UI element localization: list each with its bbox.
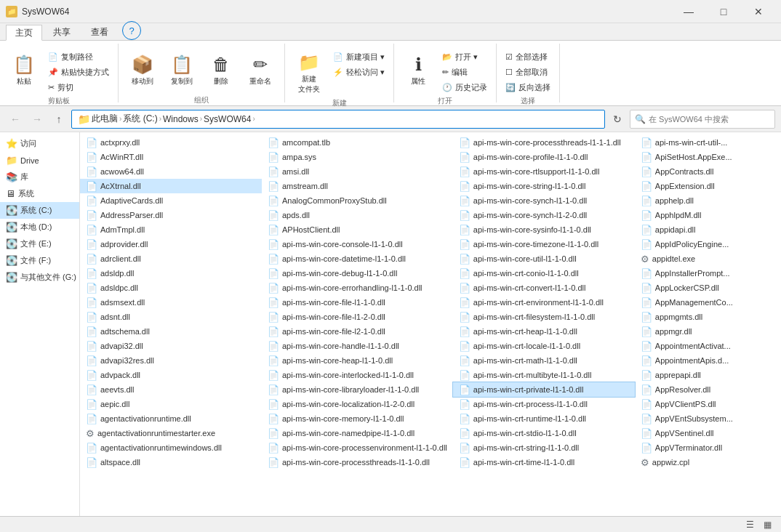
file-item[interactable]: ⚙appidtel.exe	[635, 251, 781, 266]
file-item[interactable]: 📄AppContracts.dll	[635, 164, 781, 179]
file-item[interactable]: 📄api-ms-win-core-synch-l1-2-0.dll	[453, 208, 635, 222]
file-item[interactable]: 📄adsldp.dll	[80, 266, 262, 281]
file-item[interactable]: 📄appidapi.dll	[635, 222, 781, 237]
file-item[interactable]: 📄api-ms-win-core-profile-l1-1-0.dll	[453, 150, 635, 164]
file-item[interactable]: 📄AcWinRT.dll	[80, 150, 262, 164]
file-item[interactable]: 📄AppResolver.dll	[635, 382, 781, 397]
forward-button[interactable]: →	[28, 110, 47, 129]
tab-home[interactable]: 主页	[6, 25, 42, 41]
file-item[interactable]: 📄ampa.sys	[262, 150, 453, 164]
file-item[interactable]: ⚙appwiz.cpl	[635, 455, 781, 469]
file-item[interactable]: 📄api-ms-win-core-localization-l1-2-0.dll	[262, 397, 453, 411]
file-item[interactable]: 📄agentactivationruntimewindows.dll	[80, 440, 262, 455]
minimize-button[interactable]: —	[672, 0, 705, 23]
file-item[interactable]: 📄api-ms-win-crt-string-l1-1-0.dll	[453, 440, 635, 455]
file-item[interactable]: 📄AppVSentinel.dll	[635, 426, 781, 440]
file-item[interactable]: 📄api-ms-win-crt-environment-l1-1-0.dll	[453, 295, 635, 310]
file-item[interactable]: 📄api-ms-win-crt-util-...	[635, 135, 781, 150]
file-item[interactable]: 📄AppManagementCo...	[635, 295, 781, 310]
file-item[interactable]: 📄api-ms-win-core-datetime-l1-1-0.dll	[262, 251, 453, 266]
file-item[interactable]: 📄AppLockerCSP.dll	[635, 281, 781, 295]
file-item[interactable]: 📄api-ms-win-core-handle-l1-1-0.dll	[262, 339, 453, 353]
file-item[interactable]: 📄ApphlpdM.dll	[635, 208, 781, 222]
file-item[interactable]: 📄AdaptiveCards.dll	[80, 193, 262, 208]
ribbon-copyto-button[interactable]: 📋 复制到	[164, 47, 200, 94]
sidebar-item-drive[interactable]: 📁 Drive	[0, 152, 79, 169]
tab-view[interactable]: 查看	[81, 24, 118, 40]
file-item[interactable]: 📄api-ms-win-core-heap-l1-1-0.dll	[262, 353, 453, 368]
file-item[interactable]: 📄api-ms-win-core-memory-l1-1-0.dll	[262, 411, 453, 426]
file-item[interactable]: 📄adprovider.dll	[80, 237, 262, 251]
ribbon-history-button[interactable]: 🕐 历史记录	[439, 80, 490, 94]
sidebar-item-f[interactable]: 💽 文件 (F:)	[0, 252, 79, 269]
file-item[interactable]: 📄AddressParser.dll	[80, 208, 262, 222]
file-item[interactable]: 📄acwow64.dll	[80, 164, 262, 179]
file-item[interactable]: 📄amsi.dll	[262, 164, 453, 179]
file-item[interactable]: 📄api-ms-win-core-synch-l1-1-0.dll	[453, 193, 635, 208]
search-input[interactable]	[649, 115, 770, 124]
file-item[interactable]: 📄api-ms-win-crt-process-l1-1-0.dll	[453, 397, 635, 411]
file-item[interactable]: 📄adsnt.dll	[80, 310, 262, 324]
maximize-button[interactable]: □	[707, 0, 740, 23]
file-item[interactable]: 📄api-ms-win-crt-time-l1-1-0.dll	[453, 455, 635, 469]
ribbon-easyaccess-button[interactable]: ⚡ 轻松访问 ▾	[330, 65, 388, 79]
file-item[interactable]: 📄api-ms-win-core-errorhandling-l1-1-0.dl…	[262, 281, 453, 295]
breadcrumb-windows[interactable]: Windows	[163, 114, 199, 124]
file-item[interactable]: 📄actxprxy.dll	[80, 135, 262, 150]
tab-share[interactable]: 共享	[44, 24, 80, 40]
sidebar-item-quickaccess[interactable]: ⭐ 访问	[0, 135, 79, 152]
file-item[interactable]: 📄AnalogCommonProxyStub.dll	[262, 193, 453, 208]
file-item[interactable]: ⚙agentactivationruntimestarter.exe	[80, 426, 262, 440]
sidebar-item-g[interactable]: 💽 与其他文件 (G:)	[0, 269, 79, 286]
file-item[interactable]: 📄api-ms-win-core-util-l1-1-0.dll	[453, 251, 635, 266]
detail-view-button[interactable]: ▦	[759, 518, 775, 531]
file-item[interactable]: 📄aeevts.dll	[80, 382, 262, 397]
file-item[interactable]: 📄apds.dll	[262, 208, 453, 222]
file-item[interactable]: 📄api-ms-win-crt-runtime-l1-1-0.dll	[453, 411, 635, 426]
file-item[interactable]: 📄api-ms-win-crt-locale-l1-1-0.dll	[453, 339, 635, 353]
ribbon-invertsel-button[interactable]: 🔄 反向选择	[502, 80, 553, 94]
file-item[interactable]: 📄AppointmentApis.d...	[635, 353, 781, 368]
file-item[interactable]: 📄api-ms-win-crt-convert-l1-1-0.dll	[453, 281, 635, 295]
file-item[interactable]: 📄AppointmentActivat...	[635, 339, 781, 353]
ribbon-open-button[interactable]: 📂 打开 ▾	[439, 49, 490, 64]
file-item[interactable]: 📄amcompat.tlb	[262, 135, 453, 150]
file-item[interactable]: 📄appmgr.dll	[635, 324, 781, 339]
file-item[interactable]: 📄advapi32.dll	[80, 339, 262, 353]
file-item[interactable]: 📄api-ms-win-crt-conio-l1-1-0.dll	[453, 266, 635, 281]
search-bar[interactable]: 🔍	[630, 110, 775, 129]
close-button[interactable]: ✕	[742, 0, 775, 23]
file-item[interactable]: 📄api-ms-win-core-processenvironment-l1-1…	[262, 440, 453, 455]
file-item[interactable]: 📄amstream.dll	[262, 179, 453, 193]
file-item-highlighted[interactable]: 📄api-ms-win-crt-private-l1-1-0.dll	[453, 382, 635, 397]
ribbon-paste-button[interactable]: 📋 粘贴	[6, 47, 42, 94]
file-item[interactable]: 📄AppIdPolicyEngine...	[635, 237, 781, 251]
file-item[interactable]: 📄adsmsext.dll	[80, 295, 262, 310]
file-item[interactable]: 📄AppExtension.dll	[635, 179, 781, 193]
file-item[interactable]: 📄api-ms-win-core-file-l2-1-0.dll	[262, 324, 453, 339]
file-item[interactable]: 📄api-ms-win-core-rtlsupport-l1-1-0.dll	[453, 164, 635, 179]
refresh-button[interactable]: ↻	[608, 110, 627, 129]
file-item[interactable]: 📄api-ms-win-core-namedpipe-l1-1-0.dll	[262, 426, 453, 440]
file-item[interactable]: 📄AppVEntSubsystem...	[635, 411, 781, 426]
ribbon-newitem-button[interactable]: 📄 新建项目 ▾	[330, 49, 388, 64]
file-item-selected[interactable]: 📄AcXtrnal.dll	[80, 179, 262, 193]
file-item[interactable]: 📄api-ms-win-core-timezone-l1-1-0.dll	[453, 237, 635, 251]
file-item[interactable]: 📄AppVClientPS.dll	[635, 397, 781, 411]
file-item[interactable]: 📄APHostClient.dll	[262, 222, 453, 237]
file-item[interactable]: 📄api-ms-win-crt-math-l1-1-0.dll	[453, 353, 635, 368]
file-item[interactable]: 📄adsldpc.dll	[80, 281, 262, 295]
file-item[interactable]: 📄AppVTerminator.dll	[635, 440, 781, 455]
file-item[interactable]: 📄api-ms-win-crt-stdio-l1-1-0.dll	[453, 426, 635, 440]
sidebar-item-d[interactable]: 💽 本地 (D:)	[0, 219, 79, 235]
file-item[interactable]: 📄adrclient.dll	[80, 251, 262, 266]
sidebar-item-c[interactable]: 💽 系统 (C:)	[0, 202, 79, 219]
file-area[interactable]: 📄actxprxy.dll 📄AcWinRT.dll 📄acwow64.dll …	[80, 132, 781, 516]
breadcrumb-bar[interactable]: 📁 此电脑 › 系统 (C:) › Windows › SysWOW64 ›	[71, 110, 605, 129]
file-item[interactable]: 📄api-ms-win-core-file-l1-2-0.dll	[262, 310, 453, 324]
file-item[interactable]: 📄appmgmts.dll	[635, 310, 781, 324]
list-view-button[interactable]: ☰	[742, 518, 758, 531]
ribbon-paste-shortcut-button[interactable]: 📌 粘贴快捷方式	[45, 65, 112, 79]
breadcrumb-syswow64[interactable]: SysWOW64	[204, 114, 251, 124]
help-button[interactable]: ?	[122, 21, 141, 40]
